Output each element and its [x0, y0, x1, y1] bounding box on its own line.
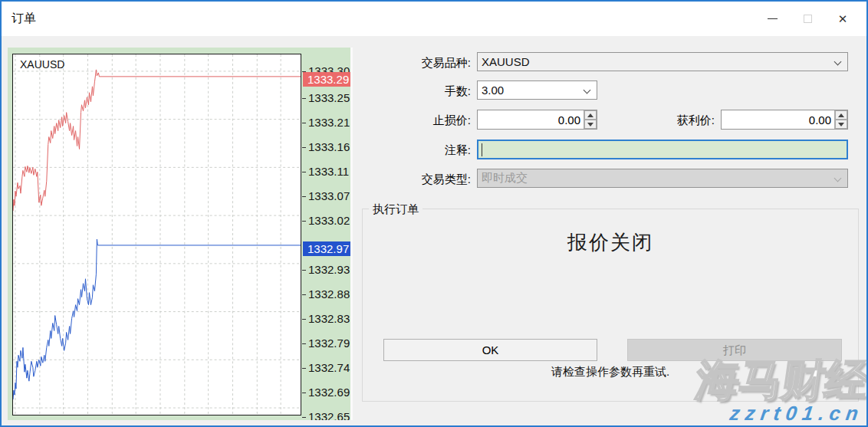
scale-label: 1332.74 — [308, 361, 350, 374]
scale-label: 1332.79 — [308, 337, 350, 350]
scale-tick — [302, 417, 306, 418]
chart-symbol-label: XAUUSD — [20, 58, 64, 71]
symbol-select-value: XAUUSD — [482, 55, 530, 68]
order-type-label: 交易类型: — [377, 172, 471, 187]
watermark-domain: zzrt01.cn — [690, 402, 865, 425]
scale-label: 1333.16 — [308, 140, 350, 153]
chevron-down-icon — [834, 58, 842, 66]
comment-input[interactable] — [481, 141, 830, 158]
stop-loss-input[interactable] — [478, 110, 583, 129]
take-profit-label: 获利价: — [615, 113, 715, 128]
scale-tick — [302, 270, 306, 271]
scale-label: 1333.07 — [308, 189, 350, 202]
bid-price-badge: 1332.97 — [303, 241, 350, 256]
scale-tick — [302, 147, 306, 148]
scale-label: 1333.02 — [308, 214, 350, 227]
volume-label: 手数: — [377, 84, 471, 99]
chevron-down-icon — [584, 87, 591, 94]
tick-chart-panel: XAUUSD 1333.301333.251333.211333.161333.… — [8, 48, 353, 420]
status-message: 请检查操作参数再重试. — [363, 365, 858, 379]
scale-label: 1333.21 — [308, 116, 350, 129]
scale-label: 1332.93 — [308, 263, 350, 276]
close-icon: ✕ — [838, 13, 848, 25]
order-type-select: 即时成交 — [477, 169, 848, 188]
price-scale: 1333.301333.251333.211333.161333.111333.… — [302, 48, 353, 420]
take-profit-input[interactable] — [722, 110, 833, 129]
volume-select-value: 3.00 — [482, 84, 504, 97]
scale-tick — [302, 368, 306, 369]
window-controls: ✕ — [755, 2, 860, 36]
scale-tick — [302, 196, 306, 197]
maximize-button — [790, 2, 825, 36]
minimize-button[interactable] — [755, 2, 790, 36]
scale-tick — [302, 393, 306, 393]
order-type-value: 即时成交 — [482, 171, 528, 186]
comment-label: 注释: — [377, 143, 471, 158]
execute-order-group: 执行订单 报价关闭 OK 打印 请检查操作参数再重试. — [362, 209, 859, 402]
scale-tick — [302, 221, 306, 222]
scale-tick — [302, 343, 306, 344]
scale-label: 1332.83 — [308, 312, 350, 325]
titlebar: 订单 ✕ — [2, 2, 866, 36]
ask-price-badge: 1333.29 — [303, 72, 350, 87]
print-button: 打印 — [627, 339, 842, 361]
scale-label: 1333.11 — [308, 165, 349, 178]
group-title: 执行订单 — [369, 202, 422, 217]
scale-tick — [302, 319, 306, 320]
close-button[interactable]: ✕ — [825, 2, 860, 36]
scale-label: 1332.88 — [308, 287, 350, 301]
arrow-up-icon — [587, 113, 593, 117]
arrow-up-icon — [838, 113, 844, 117]
take-profit-up-button[interactable] — [835, 110, 847, 120]
arrow-down-icon — [587, 123, 593, 126]
scale-tick — [302, 123, 306, 123]
minimize-icon — [768, 18, 778, 19]
take-profit-down-button[interactable] — [835, 120, 847, 129]
take-profit-spinner — [721, 110, 848, 130]
stop-loss-spinner — [477, 110, 597, 130]
order-dialog: 订单 ✕ XAUUSD 1333.301333.251333.211333.16… — [0, 0, 868, 427]
ok-button[interactable]: OK — [383, 339, 597, 361]
volume-select[interactable]: 3.00 — [477, 80, 597, 100]
maximize-icon — [804, 15, 812, 23]
scale-tick — [302, 172, 306, 172]
quote-status-text: 报价关闭 — [363, 229, 858, 256]
symbol-label: 交易品种: — [377, 56, 471, 71]
arrow-down-icon — [838, 123, 844, 126]
stop-loss-up-button[interactable] — [584, 110, 597, 120]
scale-tick — [302, 294, 306, 295]
scale-label: 1333.25 — [308, 91, 350, 104]
window-title: 订单 — [12, 11, 36, 27]
text-caret — [482, 143, 482, 156]
scale-label: 1332.69 — [308, 386, 350, 399]
scale-tick — [302, 98, 306, 99]
symbol-select[interactable]: XAUUSD — [477, 52, 848, 71]
tick-chart — [12, 54, 301, 416]
stop-loss-down-button[interactable] — [584, 120, 597, 129]
comment-field-wrap — [477, 140, 848, 159]
stop-loss-label: 止损价: — [377, 113, 471, 128]
chevron-down-icon — [834, 175, 842, 182]
scale-label: 1332.65 — [308, 410, 350, 420]
